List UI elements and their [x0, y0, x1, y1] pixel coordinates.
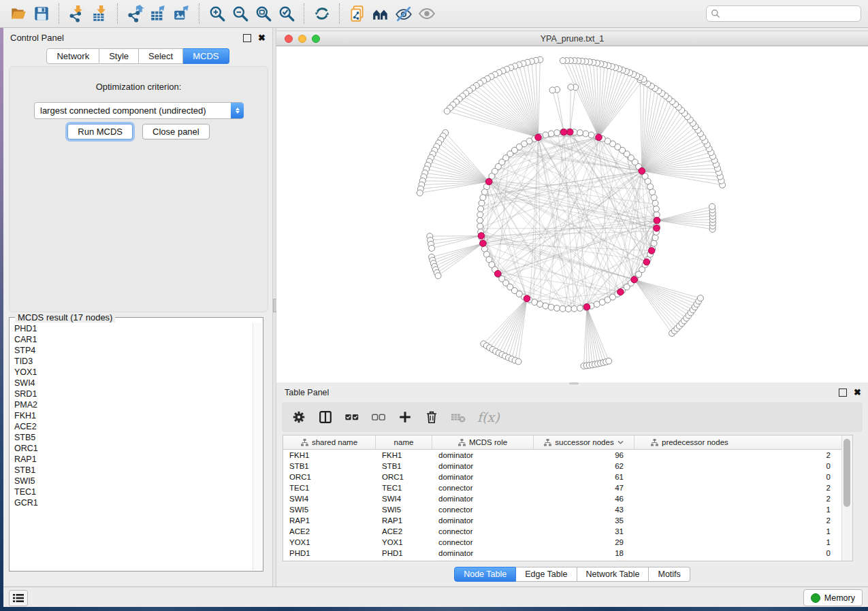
table-cell[interactable]: 29 — [534, 538, 634, 546]
column-header-shared-name[interactable]: shared name — [283, 435, 376, 449]
table-cell[interactable]: ACE2 — [376, 527, 432, 535]
float-panel-icon[interactable] — [243, 34, 251, 42]
table-cell[interactable]: PHD1 — [376, 549, 432, 557]
open-file-icon[interactable] — [7, 3, 30, 24]
table-cell[interactable]: connector — [432, 484, 534, 492]
show-log-console-button[interactable] — [9, 590, 28, 606]
table-cell[interactable]: 18 — [534, 549, 634, 557]
show-all-icon[interactable] — [415, 3, 438, 24]
zoom-in-icon[interactable] — [206, 3, 229, 24]
export-image-icon[interactable] — [170, 3, 193, 24]
network-graph[interactable] — [276, 46, 868, 382]
table-cell[interactable]: dominator — [432, 451, 534, 459]
table-cell[interactable]: 46 — [534, 495, 634, 503]
clone-network-icon[interactable] — [346, 3, 369, 24]
table-row[interactable]: PHD1PHD1dominator180 — [283, 548, 841, 559]
table-cell[interactable]: 1 — [634, 506, 841, 514]
table-cell[interactable]: 2 — [634, 516, 841, 525]
table-cell[interactable]: SWI4 — [283, 495, 376, 503]
tab-node-table[interactable]: Node Table — [454, 567, 516, 582]
criterion-dropdown[interactable]: largest connected component (undirected) — [34, 102, 244, 119]
zoom-fit-icon[interactable] — [252, 3, 275, 24]
table-scrollbar-thumb[interactable] — [843, 439, 850, 507]
table-cell[interactable]: RAP1 — [376, 516, 432, 525]
column-header-name[interactable]: name — [376, 435, 432, 449]
table-cell[interactable]: 62 — [534, 462, 634, 470]
select-all-checkboxes-icon[interactable] — [344, 410, 359, 425]
close-panel-button[interactable]: Close panel — [142, 124, 210, 139]
table-cell[interactable]: 43 — [534, 506, 634, 514]
table-cell[interactable]: 96 — [534, 451, 634, 459]
table-cell[interactable]: SWI4 — [376, 495, 432, 503]
table-cell[interactable]: SWI5 — [376, 506, 432, 514]
table-cell[interactable]: connector — [432, 506, 534, 514]
tab-network-table[interactable]: Network Table — [577, 567, 649, 582]
mcds-result-scrollbar[interactable] — [253, 323, 262, 570]
table-cell[interactable]: RAP1 — [283, 516, 376, 525]
tab-mcds[interactable]: MCDS — [183, 48, 229, 64]
table-cell[interactable]: 35 — [534, 516, 634, 525]
table-cell[interactable]: YOX1 — [283, 538, 376, 546]
save-session-icon[interactable] — [30, 3, 53, 24]
table-row[interactable]: YOX1YOX1connector291 — [283, 537, 841, 548]
table-row[interactable]: SWI5SWI5connector431 — [283, 504, 841, 515]
table-row[interactable]: ACE2ACE2connector311 — [283, 526, 841, 537]
table-row[interactable]: STB1STB1dominator620 — [283, 461, 841, 472]
import-table-icon[interactable] — [89, 3, 112, 24]
table-cell[interactable]: dominator — [432, 473, 534, 481]
table-cell[interactable]: 1 — [634, 538, 841, 546]
deselect-all-checkboxes-icon[interactable] — [371, 410, 386, 425]
table-cell[interactable]: ORC1 — [376, 473, 432, 481]
export-table-icon[interactable] — [147, 3, 170, 24]
table-cell[interactable]: 31 — [534, 527, 634, 535]
search-input[interactable] — [720, 8, 856, 19]
table-cell[interactable]: 0 — [634, 473, 841, 481]
table-settings-gear-icon[interactable] — [291, 410, 306, 425]
table-cell[interactable]: connector — [432, 527, 534, 535]
mcds-result-list[interactable]: PHD1CAR1STP4TID3YOX1SWI4SRD1PMA2FKH1ACE2… — [10, 323, 254, 570]
table-cell[interactable]: 2 — [634, 495, 841, 503]
table-cell[interactable]: FKH1 — [283, 451, 376, 459]
table-cell[interactable]: dominator — [432, 462, 534, 470]
table-row[interactable]: FKH1FKH1dominator962 — [283, 450, 841, 461]
export-network-icon[interactable] — [124, 3, 147, 24]
run-mcds-button[interactable]: Run MCDS — [67, 124, 133, 139]
refresh-layout-icon[interactable] — [310, 3, 334, 24]
table-cell[interactable]: 61 — [534, 473, 634, 481]
first-neighbors-icon[interactable] — [369, 3, 392, 24]
tab-network[interactable]: Network — [46, 48, 99, 64]
table-row[interactable]: TEC1TEC1connector472 — [283, 482, 841, 493]
float-table-panel-icon[interactable] — [839, 389, 847, 397]
column-header-mcds-role[interactable]: MCDS role — [432, 435, 534, 449]
close-table-panel-icon[interactable]: ✖ — [854, 389, 861, 396]
column-header-predecessor-nodes[interactable]: predecessor nodes — [634, 435, 841, 449]
tab-edge-table[interactable]: Edge Table — [516, 567, 577, 582]
delete-column-icon[interactable] — [424, 410, 439, 425]
table-scrollbar[interactable] — [841, 435, 852, 561]
table-cell[interactable]: 1 — [634, 527, 841, 535]
tab-style[interactable]: Style — [99, 48, 139, 64]
table-cell[interactable]: STB1 — [283, 462, 376, 470]
table-cell[interactable]: TEC1 — [283, 484, 376, 492]
table-cell[interactable]: YOX1 — [376, 538, 432, 546]
table-cell[interactable]: 2 — [634, 484, 841, 492]
column-header-successor-nodes[interactable]: successor nodes — [534, 435, 634, 449]
table-cell[interactable]: ACE2 — [283, 527, 376, 535]
table-cell[interactable]: 0 — [634, 549, 841, 557]
import-network-icon[interactable] — [65, 3, 89, 24]
tab-select[interactable]: Select — [139, 48, 183, 64]
table-cell[interactable]: dominator — [432, 549, 534, 557]
table-cell[interactable]: connector — [432, 538, 534, 546]
table-row[interactable]: SWI4SWI4dominator462 — [283, 493, 841, 504]
table-cell[interactable]: PHD1 — [283, 549, 376, 557]
tab-motifs[interactable]: Motifs — [649, 567, 690, 582]
table-cell[interactable]: ORC1 — [283, 473, 376, 481]
table-cell[interactable]: STB1 — [376, 462, 432, 470]
table-cell[interactable]: dominator — [432, 495, 534, 503]
memory-button[interactable]: Memory — [803, 589, 863, 606]
zoom-out-icon[interactable] — [229, 3, 252, 24]
search-field[interactable] — [706, 5, 861, 22]
table-row[interactable]: ORC1ORC1dominator610 — [283, 472, 841, 482]
table-cell[interactable]: TEC1 — [376, 484, 432, 492]
close-panel-icon[interactable]: ✖ — [258, 35, 266, 42]
